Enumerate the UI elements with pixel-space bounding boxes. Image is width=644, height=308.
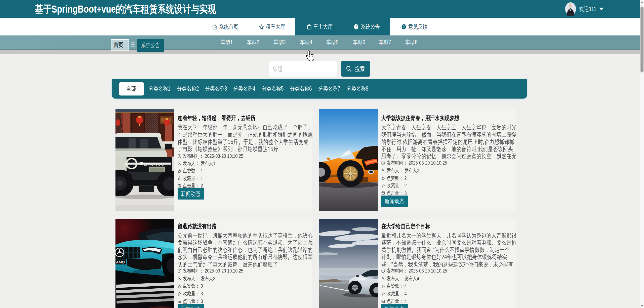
svg-text:AMG: AMG — [116, 260, 125, 264]
svg-text:?: ? — [403, 25, 405, 29]
svg-text:BRONCO: BRONCO — [144, 162, 165, 167]
